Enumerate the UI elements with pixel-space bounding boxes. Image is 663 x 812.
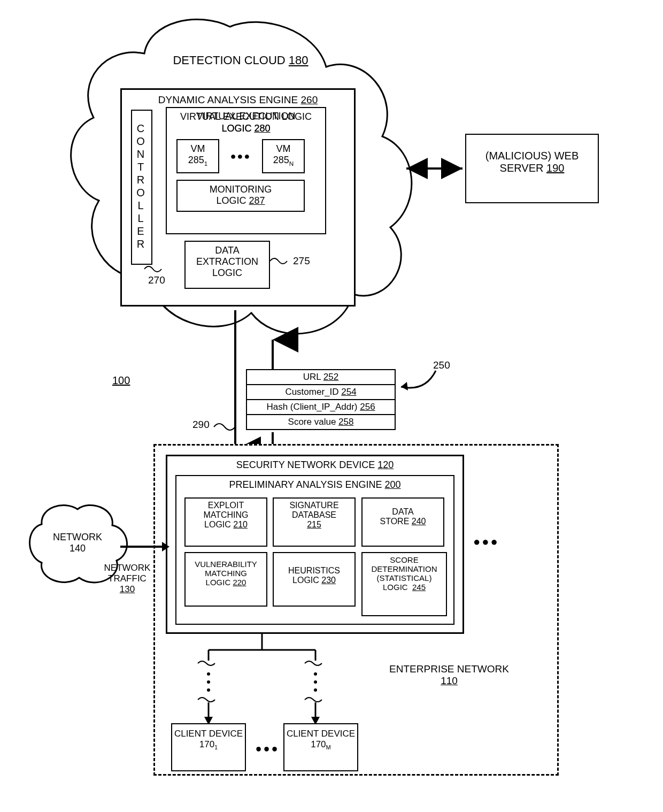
packet-side-ref: 250: [433, 359, 450, 371]
packet-url-row: URL 252: [246, 369, 396, 385]
vm-label-n: VM285N: [263, 143, 304, 167]
vel-title-real: VIRTUAL EXECUTIONLOGIC 280: [166, 110, 326, 134]
network-title: NETWORK140: [43, 532, 112, 554]
data-store-box: DATASTORE 240: [361, 497, 444, 547]
vm-box-1: VM2851: [176, 139, 219, 173]
svg-point-13: [314, 688, 317, 692]
dynamic-analysis-engine-title: DYNAMIC ANALYSIS ENGINE 260: [122, 94, 354, 106]
detection-cloud-title: DETECTION CLOUD 180: [160, 53, 321, 67]
svg-point-12: [314, 680, 317, 684]
svg-point-10: [207, 688, 210, 692]
packet-cust-row: Customer_ID 254: [246, 384, 396, 400]
exploit-matching-title: EXPLOITMATCHINGLOGIC 210: [186, 501, 266, 530]
packet-stack: URL 252 Customer_ID 254 Hash (Client_IP_…: [246, 369, 396, 432]
controller-box: CONTROLLER: [131, 110, 152, 265]
vm-ellipsis: ●●●: [225, 151, 257, 162]
controller-leader: [144, 265, 166, 274]
signature-db-box: SIGNATUREDATABASE215: [273, 497, 356, 547]
data-ext-leader: [270, 257, 291, 266]
snd-right-ellipsis: ●●●: [473, 535, 499, 549]
packet-score-row: Score value 258: [246, 414, 396, 430]
web-server-title: (MALICIOUS) WEB SERVER 190: [466, 150, 598, 174]
data-store-title: DATASTORE 240: [363, 507, 443, 526]
network-to-snd-arrow: [120, 540, 171, 553]
client-device-1-title: CLIENT DEVICE1701: [172, 729, 245, 750]
packet-hash-row: Hash (Client_IP_Addr) 256: [246, 399, 396, 415]
signature-db-title: SIGNATUREDATABASE215: [274, 501, 354, 530]
client-device-m: CLIENT DEVICE170M: [283, 723, 358, 771]
data-extraction-title: DATAEXTRACTIONLOGIC: [186, 245, 269, 279]
cloud-webserver-arrow: [404, 160, 468, 177]
svg-point-8: [207, 672, 210, 676]
heuristics-logic-title: HEURISTICSLOGIC 230: [274, 566, 354, 585]
client-fanout: [187, 634, 337, 730]
client-ellipsis: ●●●: [251, 742, 283, 755]
vulnerability-matching-box: VULNERABILITYMATCHINGLOGIC 220: [184, 552, 267, 607]
score-determination-box: SCOREDETERMINATION(STATISTICAL)LOGIC 245: [361, 552, 447, 616]
network-traffic-label: NETWORK TRAFFIC130: [95, 563, 159, 595]
vm-label-1: VM2851: [178, 143, 218, 167]
monitoring-logic-box: MONITORINGLOGIC 287: [176, 180, 305, 212]
vulnerability-matching-title: VULNERABILITYMATCHINGLOGIC 220: [186, 560, 266, 587]
pae-title: PRELIMINARY ANALYSIS ENGINE 200: [176, 479, 453, 491]
data-extraction-box: DATAEXTRACTIONLOGIC: [184, 241, 270, 289]
controller-ref: 270: [148, 274, 165, 286]
monitoring-logic-title: MONITORINGLOGIC 287: [178, 184, 304, 206]
vm-box-n: VM285N: [262, 139, 305, 173]
data-ext-ref: 275: [293, 255, 310, 267]
controller-label: CONTROLLER: [134, 117, 147, 256]
client-device-1: CLIENT DEVICE1701: [171, 723, 246, 771]
client-device-m-title: CLIENT DEVICE170M: [284, 729, 357, 750]
svg-point-11: [314, 672, 317, 676]
figure-ref: 100: [112, 374, 130, 387]
heuristics-logic-box: HEURISTICSLOGIC 230: [273, 552, 356, 607]
svg-point-9: [207, 680, 210, 684]
exploit-matching-box: EXPLOITMATCHINGLOGIC 210: [184, 497, 267, 547]
enterprise-network-title: ENTERPRISE NETWORK110: [369, 663, 529, 687]
packet-side-arrow: [398, 368, 441, 395]
snd-title: SECURITY NETWORK DEVICE 120: [167, 459, 462, 471]
score-determination-title: SCOREDETERMINATION(STATISTICAL)LOGIC 245: [363, 555, 446, 592]
arrow-290-leader: [214, 423, 246, 432]
web-server-box: (MALICIOUS) WEB SERVER 190: [465, 134, 599, 203]
arrow-290-ref: 290: [192, 419, 210, 431]
